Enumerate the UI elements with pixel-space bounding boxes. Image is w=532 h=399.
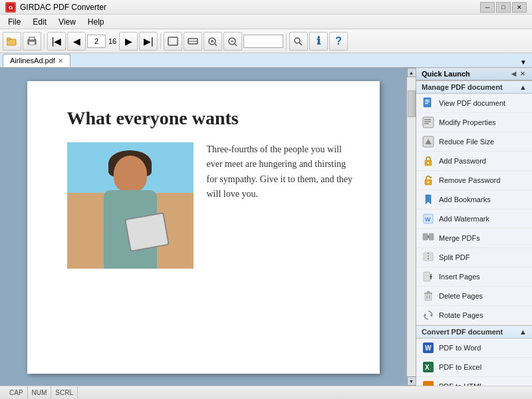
minimize-button[interactable]: ─ [480,2,495,13]
ql-pdf-to-html[interactable]: HTML PDF to HTML [416,377,532,386]
ql-split-pdf[interactable]: Split PDF [416,248,532,267]
pdf-viewer[interactable]: What everyone wants Three-fourths of the… [0,68,406,386]
prev-page-button[interactable]: ◀ [67,32,86,51]
main-content: What everyone wants Three-fourths of the… [0,68,532,386]
titlebar: G GIRDAC PDF Converter ─ □ ✕ [0,0,532,15]
svg-text:W: W [425,344,432,352]
ql-view-pdf[interactable]: View PDF document [416,94,532,113]
maximize-button[interactable]: □ [496,2,511,13]
add-bookmarks-icon [422,193,435,206]
svg-rect-34 [423,233,428,240]
tab-close-button[interactable]: ✕ [58,57,63,65]
ql-add-watermark[interactable]: W Add Watermark [416,209,532,229]
ql-delete-pages-label: Delete Pages [439,292,483,300]
find-button[interactable] [289,32,308,51]
viewer-scrollbar[interactable]: ▲ ▼ [406,68,416,386]
svg-rect-3 [7,38,11,40]
ql-rotate-pages[interactable]: Rotate Pages [416,306,532,325]
svg-rect-5 [29,37,35,40]
svg-rect-43 [427,291,430,293]
fit-width-button[interactable] [184,32,202,51]
first-page-button[interactable]: |◀ [47,32,66,51]
menu-view[interactable]: View [53,16,81,28]
ql-add-password[interactable]: Add Password [416,152,532,171]
svg-line-16 [235,44,237,46]
tabbar: AirlinesAd.pdf ✕ ▼ [0,53,532,68]
insert-pages-icon [422,270,435,283]
svg-rect-6 [29,42,35,45]
view-pdf-icon [422,96,435,110]
ql-split-pdf-label: Split PDF [439,253,469,261]
tab-label: AirlinesAd.pdf [10,57,55,65]
next-page-button[interactable]: ▶ [119,32,138,51]
svg-text:X: X [425,364,430,371]
pdf-body-text: Three-fourths of the people you will eve… [207,142,353,202]
svg-rect-19 [424,98,431,107]
ql-remove-password[interactable]: Remove Password [416,171,532,190]
page-number-input[interactable]: 2 [87,35,106,48]
svg-rect-26 [424,123,429,124]
pdf-tab[interactable]: AirlinesAd.pdf ✕ [3,54,70,67]
pdf-to-excel-icon: X [422,360,435,374]
ql-modify-properties[interactable]: Modify Properties [416,113,532,132]
svg-rect-22 [425,103,428,104]
help-button[interactable]: ? [329,32,348,51]
pdf-heading: What everyone wants [67,108,353,129]
zoom-out-button[interactable] [223,32,242,51]
open-button[interactable] [3,32,21,51]
ql-pdf-to-excel[interactable]: X PDF to Excel [416,358,532,377]
svg-rect-25 [424,121,431,122]
pdf-to-word-icon: W [422,341,435,354]
status-cap: CAP [5,386,28,399]
svg-rect-20 [425,100,430,100]
delete-pages-icon [422,289,435,303]
ql-insert-pages-label: Insert Pages [439,273,480,281]
add-watermark-icon: W [422,212,435,225]
info-button[interactable]: ℹ [309,32,328,51]
panel-close-button[interactable]: ✕ [519,70,527,77]
ql-add-bookmarks-label: Add Bookmarks [439,196,491,203]
quick-launch-panel: Quick Launch ◀ ✕ Manage PDF document ▲ V… [416,68,532,386]
modify-properties-icon [422,116,435,129]
tab-dropdown-button[interactable]: ▼ [517,57,529,67]
manage-section-header: Manage PDF document ▲ [416,80,532,94]
scroll-track[interactable] [407,77,416,376]
convert-section-label: Convert PDF document [422,328,503,336]
ql-merge-pdfs[interactable]: Merge PDFs [416,229,532,248]
ql-delete-pages[interactable]: Delete Pages [416,287,532,306]
status-scrl: SCRL [51,386,78,399]
svg-rect-21 [425,102,430,102]
svg-rect-24 [424,119,431,120]
svg-marker-46 [430,313,432,317]
menu-help[interactable]: Help [82,16,110,28]
scroll-thumb[interactable] [408,90,416,117]
convert-section-toggle[interactable]: ▲ [519,328,527,336]
zoom-input[interactable] [243,35,283,48]
fit-page-button[interactable] [164,32,182,51]
page-total: 16 [107,37,118,45]
ql-rotate-pages-label: Rotate Pages [439,311,483,319]
scroll-up-button[interactable]: ▲ [407,68,416,77]
ql-pdf-to-word[interactable]: W PDF to Word [416,338,532,358]
svg-point-31 [428,182,430,184]
merge-pdfs-icon [422,231,435,245]
toolbar-sep-2 [160,33,161,49]
zoom-in-button[interactable] [203,32,222,51]
ql-remove-password-label: Remove Password [439,176,500,184]
close-button[interactable]: ✕ [512,2,527,13]
ql-reduce-size[interactable]: Reduce File Size [416,132,532,152]
ql-modify-properties-label: Modify Properties [439,118,496,126]
menu-edit[interactable]: Edit [27,16,52,28]
menu-file[interactable]: File [3,16,26,28]
ql-insert-pages[interactable]: Insert Pages [416,267,532,287]
ql-add-bookmarks[interactable]: Add Bookmarks [416,190,532,209]
app-title: GIRDAC PDF Converter [20,3,106,12]
print-button[interactable] [23,32,41,51]
ql-pdf-to-word-label: PDF to Word [439,344,481,352]
toolbar-sep-1 [44,33,45,49]
manage-section-toggle[interactable]: ▲ [519,83,527,91]
scroll-down-button[interactable]: ▼ [407,376,416,386]
panel-pin-button[interactable]: ◀ [510,70,517,77]
svg-text:G: G [9,5,13,11]
last-page-button[interactable]: ▶| [139,32,158,51]
